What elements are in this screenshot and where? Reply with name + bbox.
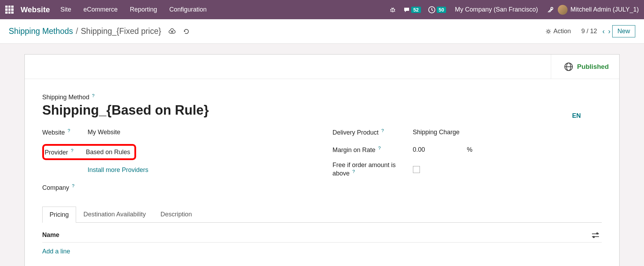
margin-value[interactable]: 0.00 — [413, 146, 425, 153]
provider-highlight: Provider ? Based on Rules — [42, 144, 136, 160]
svg-point-10 — [547, 30, 549, 33]
column-settings-icon[interactable] — [592, 233, 599, 238]
pager[interactable]: 9 / 12 — [582, 28, 597, 35]
company-help-icon[interactable]: ? — [72, 183, 74, 188]
breadcrumb-current: Shipping_{Fixed price} — [81, 27, 161, 36]
pager-next-icon[interactable]: › — [608, 27, 610, 35]
margin-help-icon[interactable]: ? — [378, 145, 381, 151]
install-providers-link[interactable]: Install more Providers — [88, 166, 148, 174]
website-help-icon[interactable]: ? — [68, 128, 70, 133]
nav-configuration[interactable]: Configuration — [169, 6, 207, 13]
action-label: Action — [554, 28, 571, 35]
cloud-save-icon[interactable] — [168, 28, 176, 35]
company-name[interactable]: My Company (San Francisco) — [455, 6, 538, 13]
title-help-icon[interactable]: ? — [92, 93, 95, 98]
nav-site[interactable]: Site — [60, 6, 71, 13]
svg-point-9 — [551, 7, 553, 9]
activity-badge: 50 — [437, 7, 446, 13]
status-row: Published — [25, 55, 619, 79]
title-input[interactable]: Shipping_{Based on Rule} — [42, 103, 602, 118]
provider-value[interactable]: Based on Rules — [86, 149, 130, 156]
control-bar: Shipping Methods / Shipping_{Fixed price… — [0, 19, 644, 44]
table-header-name[interactable]: Name — [42, 231, 59, 239]
delivery-product-value[interactable]: Shipping Charge — [413, 129, 460, 136]
tools-icon[interactable] — [547, 6, 554, 14]
website-value[interactable]: My Website — [88, 129, 120, 136]
chat-icon[interactable]: 52 — [403, 6, 421, 13]
add-line-link[interactable]: Add a line — [42, 243, 602, 260]
svg-line-6 — [392, 8, 392, 8]
discard-icon[interactable] — [183, 28, 190, 35]
margin-label: Margin on Rate — [333, 146, 376, 153]
title-label: Shipping Method — [42, 94, 89, 101]
globe-icon[interactable] — [564, 63, 573, 71]
chat-badge: 52 — [411, 7, 421, 13]
free-if-checkbox[interactable] — [413, 166, 420, 173]
delivery-product-help-icon[interactable]: ? — [382, 128, 384, 133]
svg-line-7 — [393, 8, 394, 8]
free-if-help-icon[interactable]: ? — [353, 169, 355, 174]
breadcrumb-root[interactable]: Shipping Methods — [9, 27, 73, 36]
apps-icon[interactable] — [5, 6, 14, 14]
activity-icon[interactable]: 50 — [428, 6, 446, 14]
tab-pricing[interactable]: Pricing — [42, 207, 76, 223]
user-name[interactable]: Mitchell Admin (JULY_1) — [570, 6, 639, 13]
published-status[interactable]: Published — [577, 63, 609, 71]
tab-destination[interactable]: Destination Availability — [76, 206, 153, 222]
margin-unit: % — [467, 146, 473, 153]
brand-title[interactable]: Website — [21, 5, 50, 14]
pager-prev-icon[interactable]: ‹ — [602, 27, 605, 35]
provider-help-icon[interactable]: ? — [71, 148, 73, 153]
action-button[interactable]: Action — [545, 28, 571, 35]
tab-description[interactable]: Description — [153, 206, 199, 222]
new-button[interactable]: New — [612, 25, 635, 37]
delivery-product-label: Delivery Product — [333, 129, 379, 136]
avatar[interactable] — [558, 5, 568, 15]
top-nav: Website Site eCommerce Reporting Configu… — [0, 0, 644, 19]
bug-icon[interactable] — [389, 6, 396, 13]
lang-badge[interactable]: EN — [572, 112, 581, 120]
nav-reporting[interactable]: Reporting — [130, 6, 157, 13]
svg-line-3 — [394, 9, 395, 10]
website-label: Website — [42, 129, 65, 136]
form-sheet: Published Shipping Method ? Shipping_{Ba… — [24, 54, 620, 266]
svg-line-4 — [390, 11, 391, 12]
svg-line-2 — [390, 9, 391, 10]
provider-label: Provider — [45, 149, 68, 156]
free-if-label: Free if order amount is above — [333, 161, 396, 177]
tabs: Pricing Destination Availability Descrip… — [42, 206, 602, 223]
svg-line-5 — [394, 11, 395, 12]
nav-ecommerce[interactable]: eCommerce — [83, 6, 118, 13]
breadcrumb-sep: / — [76, 27, 78, 36]
company-label: Company — [42, 184, 69, 191]
